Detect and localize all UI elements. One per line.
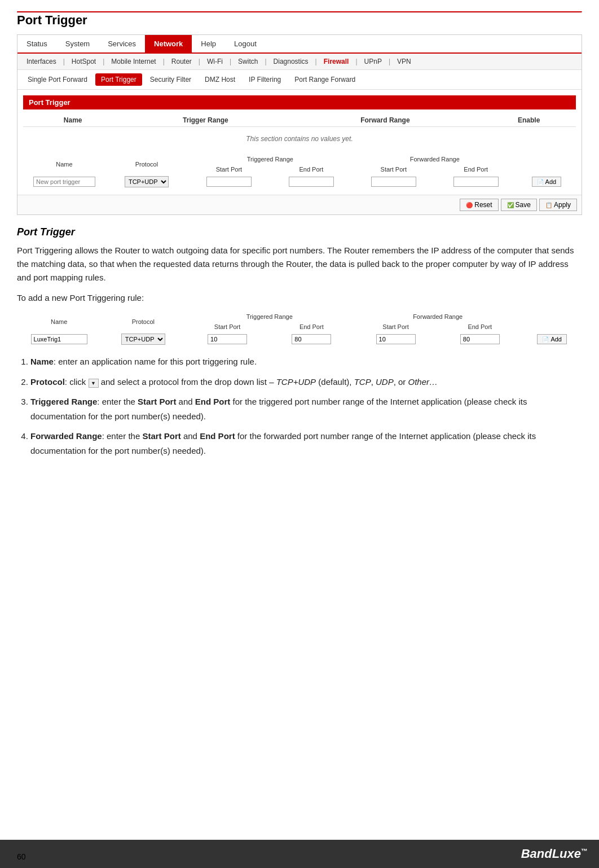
nav-system[interactable]: System [56, 35, 99, 52]
triggered-end-cell[interactable] [270, 174, 353, 189]
triggered-start-cell[interactable] [188, 174, 270, 189]
example-table: Name Protocol Triggered Range Forwarded … [17, 312, 582, 347]
apply-button[interactable]: Apply [539, 199, 577, 211]
sep-3: | [162, 58, 166, 65]
port-trigger-input-table: Name Protocol Triggered Range Forwarded … [23, 154, 576, 189]
forwarded-end-input[interactable] [453, 177, 499, 187]
empty-message: This section contains no values yet. [28, 129, 571, 148]
description-title: Port Trigger [17, 226, 582, 238]
instruction-3-label: Triggered Range [30, 397, 97, 406]
name-input[interactable] [33, 177, 95, 187]
ex-protocol-select[interactable]: TCP+UDP TCP UDP Other [121, 334, 165, 345]
input-protocol-cell[interactable]: TCP+UDP TCP UDP Other [105, 174, 188, 189]
col-name: Name [23, 114, 122, 127]
ex-triggered-end-input[interactable] [292, 334, 331, 344]
tab-single-port-forward[interactable]: Single Port Forward [22, 73, 93, 86]
sep-2: | [102, 58, 105, 65]
nav-help[interactable]: Help [192, 35, 225, 52]
sep-1: | [62, 58, 66, 65]
nav-interfaces[interactable]: Interfaces [22, 56, 61, 67]
nav-vpn[interactable]: VPN [393, 56, 416, 67]
nav-services[interactable]: Services [99, 35, 145, 52]
ex-forwarded-start: Start Port [354, 322, 438, 332]
instruction-2-label: Protocol [30, 377, 65, 387]
sub-col-name: Name [23, 154, 105, 174]
ex-add-button[interactable]: Add [537, 334, 567, 344]
add-btn-cell[interactable]: Add [517, 174, 576, 189]
nav-upnp[interactable]: UPnP [360, 56, 386, 67]
tab-port-trigger[interactable]: Port Trigger [95, 73, 142, 86]
description-para-2: To add a new Port Triggering rule: [17, 291, 582, 305]
sep-9: | [387, 58, 391, 65]
instructions: Name: enter an application name for this… [17, 354, 582, 458]
forwarded-range-header: Forwarded Range [353, 154, 517, 164]
ex-forwarded-end: End Port [438, 322, 522, 332]
forwarded-end-header: End Port [435, 164, 517, 174]
ex-col-protocol: Protocol [101, 312, 185, 332]
nav-mobile-internet[interactable]: Mobile Internet [107, 56, 160, 67]
sep-5: | [228, 58, 232, 65]
nav-hotspot[interactable]: HotSpot [67, 56, 100, 67]
nav-logout[interactable]: Logout [225, 35, 266, 52]
reset-button[interactable]: Reset [460, 199, 498, 211]
brandluxe-logo: BandLuxe™ [521, 847, 588, 861]
protocol-select[interactable]: TCP+UDP TCP UDP Other [125, 176, 169, 187]
page-number: 60 [17, 852, 26, 861]
triggered-end-header: End Port [270, 164, 353, 174]
ex-triggered-start-input[interactable] [208, 334, 247, 344]
bottom-buttons: Reset Save Apply [17, 195, 582, 214]
sep-8: | [354, 58, 358, 65]
tab-security-filter[interactable]: Security Filter [144, 73, 197, 86]
ex-name-input[interactable] [31, 334, 87, 344]
triggered-end-input[interactable] [289, 177, 334, 187]
instruction-2: Protocol: click ▼ and select a protocol … [30, 375, 582, 389]
input-name-cell[interactable] [23, 174, 105, 189]
ex-triggered-start: Start Port [185, 322, 269, 332]
col-trigger-range: Trigger Range [122, 114, 288, 127]
sep-7: | [314, 58, 318, 65]
protocol-dropdown-icon[interactable]: ▼ [89, 379, 99, 388]
forwarded-start-cell[interactable] [353, 174, 435, 189]
triggered-start-header: Start Port [188, 164, 270, 174]
sep-4: | [197, 58, 201, 65]
example-section: Name Protocol Triggered Range Forwarded … [17, 312, 582, 347]
instruction-1: Name: enter an application name for this… [30, 354, 582, 369]
nav-network[interactable]: Network [145, 35, 192, 52]
second-nav: Interfaces | HotSpot | Mobile Internet |… [17, 54, 582, 70]
sub-col-protocol: Protocol [105, 154, 188, 174]
description-para-1: Port Triggering allows the Router to wat… [17, 244, 582, 284]
ex-col-name: Name [17, 312, 101, 332]
instruction-1-label: Name [30, 357, 54, 366]
ex-forwarded-end-input[interactable] [460, 334, 500, 344]
nav-router[interactable]: Router [167, 56, 196, 67]
save-button[interactable]: Save [501, 199, 537, 211]
nav-wifi[interactable]: Wi-Fi [202, 56, 227, 67]
ex-forwarded-start-input[interactable] [376, 334, 416, 344]
footer-bar: BandLuxe™ [0, 840, 599, 868]
forwarded-start-input[interactable] [371, 177, 416, 187]
triggered-start-input[interactable] [206, 177, 252, 187]
nav-firewall[interactable]: Firewall [319, 56, 354, 67]
content-area: Port Trigger Name Trigger Range Forward … [17, 90, 582, 195]
router-frame: Status System Services Network Help Logo… [17, 34, 582, 215]
page-title: Port Trigger [17, 13, 582, 28]
nav-diagnostics[interactable]: Diagnostics [269, 56, 313, 67]
nav-status[interactable]: Status [17, 35, 56, 52]
tab-dmz-host[interactable]: DMZ Host [199, 73, 241, 86]
top-nav: Status System Services Network Help Logo… [17, 35, 582, 54]
tab-port-range-forward[interactable]: Port Range Forward [289, 73, 361, 86]
add-button[interactable]: Add [532, 177, 562, 187]
description-section: Port Trigger Port Triggering allows the … [17, 226, 582, 458]
instruction-4: Forwarded Range: enter the Start Port an… [30, 429, 582, 458]
triggered-range-header: Triggered Range [188, 154, 353, 164]
nav-switch[interactable]: Switch [234, 56, 262, 67]
tab-ip-filtering[interactable]: IP Filtering [243, 73, 287, 86]
ex-forwarded-header: Forwarded Range [354, 312, 522, 322]
instruction-3: Triggered Range: enter the Start Port an… [30, 394, 582, 423]
ex-triggered-end: End Port [270, 322, 354, 332]
third-nav: Single Port Forward Port Trigger Securit… [17, 70, 582, 90]
instruction-4-label: Forwarded Range [30, 431, 102, 441]
col-forward-range: Forward Range [288, 114, 482, 127]
section-header: Port Trigger [23, 95, 576, 109]
forwarded-end-cell[interactable] [435, 174, 517, 189]
